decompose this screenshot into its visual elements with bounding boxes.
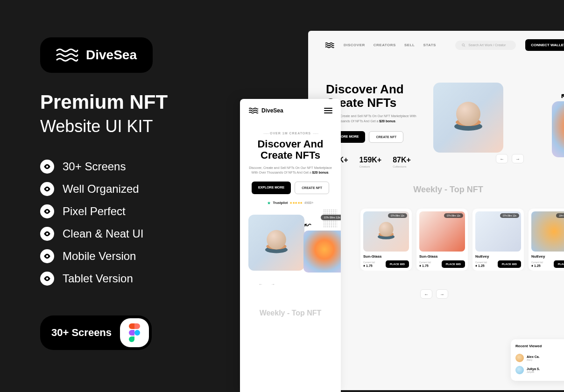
artwork-timer-badge: 07h 09m 12s	[321, 215, 341, 220]
feature-item: 30+ Screens	[40, 160, 227, 174]
nft-image: 07h 09m 12s	[419, 211, 465, 252]
wave-icon	[56, 48, 78, 63]
recent-user-name: Juliya S.	[527, 367, 540, 371]
screens-badge-text: 30+ Screens	[51, 327, 112, 339]
carousel-next-button[interactable]: →	[512, 154, 524, 163]
place-bid-button[interactable]: PLACE BID	[498, 260, 521, 268]
figma-icon	[120, 318, 149, 347]
nft-card[interactable]: 07h 09m 12sNuEveyCurrent bid♦1.25PLACE B…	[472, 209, 524, 271]
feature-item: Pixel Perfect	[40, 204, 227, 218]
bid-value: ♦1.75	[363, 264, 375, 268]
svg-point-0	[134, 330, 140, 336]
nft-card[interactable]: 07h 09m 12sSun-GlassCurrent bid♦1.75PLAC…	[360, 209, 412, 271]
stat-item: 87K+Collections	[393, 156, 411, 168]
cards-prev-button[interactable]: ←	[420, 289, 432, 299]
mobile-prev-button[interactable]: ←	[259, 282, 265, 287]
recent-user-name: Alex Ca.	[527, 355, 540, 358]
brand-badge: DiveSea	[40, 37, 153, 73]
carousel-prev-button[interactable]: ←	[496, 154, 508, 163]
nav-link[interactable]: STATS	[423, 43, 436, 47]
desktop-preview: DISCOVERCREATORSSELLSTATS Search Art Wor…	[308, 31, 564, 390]
mobile-artwork-secondary	[303, 231, 341, 273]
stat-number: 87K+	[393, 156, 411, 164]
feature-text: 30+ Screens	[63, 160, 126, 173]
feature-item: Tablet Version	[40, 272, 227, 286]
eye-icon	[40, 182, 54, 196]
nft-image: 07h 09m 12s	[475, 211, 521, 252]
recent-row[interactable]: Alex Ca.Alexy♦ 8,456+23,00%	[515, 352, 564, 364]
feature-text: Clean & Neat UI	[63, 227, 143, 240]
stat-label: Creators	[360, 165, 382, 168]
nft-timer-badge: 07h 09m 12s	[444, 213, 463, 218]
stat-number: 159K+	[360, 156, 382, 164]
mobile-hero-description: Discover, Create and Sell NFTs On Our NF…	[240, 166, 341, 175]
recent-user-handle: JuliyaS	[527, 371, 540, 373]
recent-viewed-card: Recent Viewed Alex Ca.Alexy♦ 8,456+23,00…	[511, 339, 564, 381]
desktop-header: DISCOVERCREATORSSELLSTATS Search Art Wor…	[308, 31, 564, 59]
mobile-next-button[interactable]: →	[271, 282, 277, 287]
trustpilot-label: Trustpilot	[273, 201, 288, 204]
nft-image: 19h 09m 12s	[531, 211, 564, 252]
trustpilot-row: ★ Trustpilot ★★★★★ 4900+	[240, 201, 341, 205]
search-placeholder: Search Art Work / Creator	[468, 43, 506, 47]
hero-artwork-primary	[433, 83, 503, 153]
place-bid-button[interactable]: PLACE BID	[554, 260, 564, 268]
desktop-hero: Discover And Create NFTs Discover, Creat…	[308, 59, 564, 182]
nft-timer-badge: 07h 09m 12s	[388, 213, 407, 218]
nft-card[interactable]: 07h 09m 12sSun-GlassCurrent bid♦1.75PLAC…	[416, 209, 468, 271]
place-bid-button[interactable]: PLACE BID	[386, 260, 409, 268]
nft-timer-badge: 07h 09m 12s	[500, 213, 519, 218]
trustpilot-stars-icon: ★★★★★	[289, 201, 303, 205]
nft-image: 07h 09m 12s	[363, 211, 409, 252]
promo-panel: DiveSea Premium NFT Website UI KIT 30+ S…	[40, 37, 227, 350]
promo-headline: Premium NFT	[40, 91, 227, 113]
feature-text: Pixel Perfect	[63, 205, 126, 218]
cards-next-button[interactable]: →	[436, 289, 448, 299]
wave-icon	[325, 42, 334, 49]
weekly-title: Weekly - Top NFT	[308, 185, 564, 195]
nft-name: Sun-Glass	[419, 254, 465, 259]
arrow-squiggle-icon: ↜	[304, 219, 311, 230]
nft-card-row: 07h 09m 12sSun-GlassCurrent bid♦1.75PLAC…	[308, 195, 564, 271]
arrow-squiggle-icon: ↜	[561, 87, 564, 106]
svg-line-2	[465, 46, 465, 47]
stat-label: Collections	[393, 165, 411, 168]
bid-value: ♦1.25	[531, 264, 543, 268]
eye-icon	[40, 227, 54, 241]
mobile-brand-name: DiveSea	[261, 107, 283, 114]
hamburger-menu-button[interactable]	[324, 108, 332, 113]
eye-icon	[40, 249, 54, 263]
nft-card[interactable]: 19h 09m 12sNuEveyCurrent bid♦1.25PLACE B…	[529, 209, 564, 271]
recent-row[interactable]: Juliya S.JuliyaS♦ 5,327-32,01%	[515, 364, 564, 376]
screens-badge: 30+ Screens	[40, 315, 152, 350]
nav-link[interactable]: CREATORS	[374, 43, 396, 47]
search-input[interactable]: Search Art Work / Creator	[455, 41, 516, 50]
mobile-create-button[interactable]: CREATE NFT	[295, 182, 329, 194]
promo-subheadline: Website UI KIT	[40, 117, 227, 136]
place-bid-button[interactable]: PLACE BID	[442, 260, 465, 268]
bid-value: ♦1.75	[419, 264, 431, 268]
mobile-header: DiveSea	[240, 99, 341, 118]
mobile-hero-title: Discover And Create NFTs	[240, 139, 341, 161]
feature-item: Mobile Version	[40, 249, 227, 263]
avatar	[515, 366, 524, 374]
eye-icon	[40, 160, 54, 174]
brand-name: DiveSea	[86, 48, 137, 63]
nav-link[interactable]: SELL	[404, 43, 415, 47]
eye-icon	[40, 204, 54, 218]
desktop-nav: DISCOVERCREATORSSELLSTATS	[344, 43, 436, 47]
connect-wallet-button[interactable]: CONNECT WALLET	[525, 39, 564, 51]
mobile-explore-button[interactable]: EXPLORE MORE	[252, 182, 291, 194]
mobile-weekly-title: Weekly - Top NFT	[240, 309, 341, 317]
bid-value: ♦1.25	[475, 264, 487, 268]
mobile-preview: DiveSea OVER 1M CREATORS Discover And Cr…	[240, 99, 341, 392]
avatar	[515, 354, 524, 362]
nft-name: Sun-Glass	[363, 254, 409, 259]
create-nft-button[interactable]: CREATE NFT	[369, 131, 403, 143]
svg-point-1	[462, 43, 465, 46]
hero-artwork-secondary	[552, 101, 564, 157]
trustpilot-count: 4900+	[304, 201, 314, 204]
nav-link[interactable]: DISCOVER	[344, 43, 365, 47]
feature-text: Tablet Version	[63, 272, 133, 285]
search-icon	[462, 43, 465, 47]
